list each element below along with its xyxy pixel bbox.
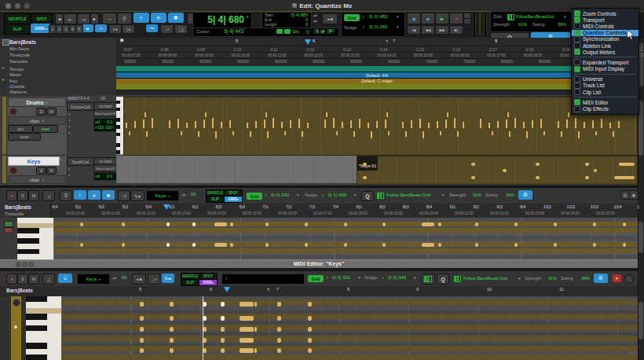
ed1-trim-tool-button[interactable]: ⊦ [74, 190, 86, 200]
ed1-solo-button[interactable]: S [17, 190, 28, 201]
ed1-quantize-q-button[interactable]: Q [361, 191, 374, 201]
drum-midi-note[interactable] [264, 119, 265, 128]
midi-note[interactable] [514, 243, 518, 247]
selector-tool-button[interactable]: ✛ [151, 13, 166, 23]
drum-midi-note[interactable] [492, 131, 493, 135]
drum-midi-note[interactable] [267, 131, 269, 138]
ed2-keyboard-input-button[interactable] [421, 274, 435, 285]
midi-note[interactable] [214, 243, 227, 247]
drum-midi-note[interactable] [342, 122, 343, 128]
drum-midi-note[interactable] [152, 118, 153, 128]
drum-midi-note[interactable] [273, 118, 274, 128]
midi-note[interactable] [140, 338, 144, 343]
midi-note[interactable] [265, 222, 269, 226]
menu-item-universe[interactable]: Universe [572, 76, 639, 83]
ed1-grid-mode[interactable]: GRID▾ [224, 196, 243, 203]
drum-midi-note[interactable] [506, 119, 507, 128]
ed1-slip-mode[interactable]: SLIP [206, 196, 225, 203]
drum-midi-note[interactable] [609, 123, 611, 128]
grabber-tool-button[interactable]: ✱ [168, 13, 184, 23]
menu-item-expanded-transport[interactable]: Expanded Transport [572, 59, 639, 65]
midi-note[interactable] [438, 222, 441, 226]
drum-midi-note[interactable] [488, 123, 490, 128]
midi-note[interactable] [475, 243, 478, 247]
drum-midi-note[interactable] [302, 131, 303, 137]
zoomer-horizontal-button[interactable]: ↔ [102, 13, 117, 24]
keys-insert-synthcell[interactable]: SynthCell [67, 157, 94, 166]
midi-note[interactable] [230, 243, 233, 247]
midi-note[interactable] [265, 243, 269, 247]
midi-note[interactable] [554, 243, 557, 247]
drums-automation-selector[interactable]: read [33, 125, 58, 133]
drum-midi-note[interactable] [265, 112, 267, 117]
ed2-selection-marker[interactable] [224, 287, 230, 292]
ed2-mirrored-midi-button[interactable]: ⇅◂▸ [162, 274, 174, 283]
keys-midi-note[interactable] [536, 176, 540, 179]
midi-note[interactable] [254, 348, 257, 353]
midi-note[interactable] [254, 302, 257, 307]
menu-item-clip-list[interactable]: Clip List [572, 89, 639, 95]
play-button[interactable]: ▶ [435, 13, 449, 24]
midi-note[interactable] [308, 316, 312, 321]
grid-badge[interactable]: Grid [344, 14, 360, 21]
drum-midi-note[interactable] [575, 118, 576, 128]
midi-note[interactable] [240, 348, 254, 353]
shuffle-mode-button[interactable]: SHUFFLE [4, 13, 31, 24]
midi-note[interactable] [214, 222, 227, 226]
drums-mute-button[interactable]: M [46, 108, 57, 116]
key-add-icon[interactable]: + [2, 77, 5, 82]
drum-midi-note[interactable] [595, 131, 597, 135]
drum-midi-note[interactable] [333, 118, 335, 128]
ed2-target-button[interactable]: ◦ [624, 274, 634, 284]
ed1-settings-gear-button[interactable]: ⚙ [518, 190, 532, 200]
drum-midi-note[interactable] [205, 112, 207, 117]
tempo-add-icon[interactable]: + [2, 65, 5, 70]
timeline-insertion-button[interactable]: →▪ [160, 24, 174, 34]
drum-midi-note[interactable] [290, 120, 291, 128]
midi-note[interactable] [308, 327, 312, 332]
drum-midi-note[interactable] [411, 120, 412, 128]
zoom-vertical-icon[interactable]: ⇥ [77, 13, 90, 24]
keys-midi-note[interactable] [503, 169, 507, 172]
midi-note[interactable] [80, 243, 83, 247]
ed2-solo-button[interactable]: S [17, 274, 28, 285]
drum-midi-note[interactable] [281, 122, 283, 128]
drum-midi-note[interactable] [507, 112, 509, 117]
drum-midi-note[interactable] [195, 121, 196, 128]
midi-note[interactable] [475, 222, 478, 226]
drum-midi-note[interactable] [437, 121, 438, 128]
zoomer-tool-button[interactable]: ⚲ [117, 13, 132, 24]
ed1-track-selector[interactable]: Keys▾ [146, 190, 179, 201]
drum-midi-note[interactable] [561, 131, 562, 137]
drum-midi-note[interactable] [523, 122, 525, 128]
drum-midi-note[interactable] [532, 120, 533, 128]
ed1-notes-view-button[interactable]: ♫ [42, 190, 55, 201]
drum-midi-note[interactable] [368, 123, 369, 128]
midi-note[interactable] [122, 222, 125, 226]
drum-midi-note[interactable] [145, 112, 146, 117]
drum-midi-note[interactable] [526, 131, 528, 138]
keys-midi-note[interactable] [363, 176, 367, 179]
ed1-grid-badge[interactable]: Grid [247, 193, 262, 200]
drum-midi-note[interactable] [215, 131, 217, 138]
ed1-record-button[interactable]: ● [6, 190, 17, 201]
ed2-edit-selection-display[interactable] [221, 274, 305, 285]
drum-midi-note[interactable] [177, 119, 179, 128]
drum-midi-note[interactable] [250, 131, 251, 137]
keys-track-name[interactable]: Keys [8, 156, 60, 166]
midi-note[interactable] [221, 316, 225, 321]
midi-note[interactable] [140, 327, 144, 332]
ed2-ruler-area[interactable] [0, 286, 638, 297]
go-to-end-button[interactable]: ▶| [449, 25, 463, 35]
drum-midi-note[interactable] [134, 121, 136, 128]
drum-midi-note[interactable] [359, 119, 360, 128]
drum-midi-note[interactable] [405, 131, 407, 137]
midi-note[interactable] [140, 302, 144, 307]
midi-note[interactable] [305, 243, 308, 247]
pre-roll-indicator[interactable] [276, 29, 283, 34]
rewind-button[interactable]: ◀◀ [421, 25, 435, 35]
ed2-input-monitor-button[interactable]: ●◀ [132, 274, 146, 285]
keys-mute-button[interactable]: M [46, 167, 57, 174]
midi-note[interactable] [221, 327, 225, 332]
drum-midi-note[interactable] [423, 131, 424, 138]
